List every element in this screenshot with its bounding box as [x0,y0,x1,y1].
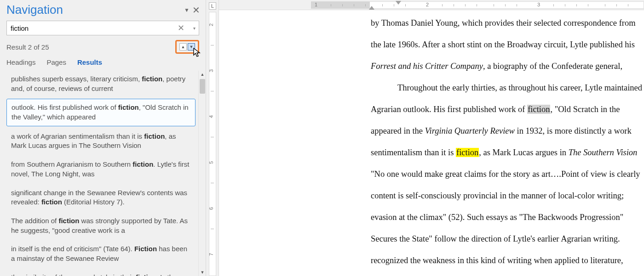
tab-pages[interactable]: Pages [46,58,66,66]
vruler-number: 5 [208,161,214,164]
vruler-number: 4 [208,115,214,118]
vruler-track[interactable] [209,12,216,276]
results-scrollbar[interactable]: ▲ ▼ [198,71,206,276]
doc-line: evasion at the climax" (52). Such essays… [371,207,644,228]
doc-line: appeared in the Virginia Quarterly Revie… [371,120,644,142]
hruler-number: 2 [426,2,429,7]
vruler-number: 2 [208,23,214,26]
first-line-indent-icon[interactable] [396,1,401,5]
vruler-tick [211,45,214,45]
vertical-ruler: L 2 3 4 5 6 7 [206,0,219,276]
vruler-number: 6 [208,207,214,210]
hanging-indent-icon[interactable] [369,6,374,10]
tab-results[interactable]: Results [77,58,102,66]
vruler-tick [211,183,214,183]
search-input[interactable] [6,21,199,35]
doc-line: content is self-consciously provincial i… [371,185,644,207]
scroll-up-icon[interactable]: ▲ [199,71,206,78]
nav-title: Navigation [6,3,184,17]
prev-result-button[interactable]: ▲ [179,43,187,51]
scroll-down-icon[interactable]: ▼ [199,269,206,276]
search-result-item[interactable]: significant change in the Sewanee Review… [6,185,196,211]
doc-line: Throughout the early thirties, as throug… [371,77,644,99]
page-text: by Thomas Daniel Young, which provides t… [371,12,644,276]
pane-options-icon[interactable]: ▼ [184,7,190,13]
nav-tabs: Headings Pages Results [6,58,199,66]
page[interactable]: by Thomas Daniel Young, which provides t… [219,10,644,276]
vruler-tick [211,91,214,91]
hruler-number: 3 [537,2,540,7]
hruler-number: 1 [315,2,317,7]
search-result-item[interactable]: the similarity of themes and style in th… [6,269,196,276]
next-result-button[interactable]: ▼ [188,43,195,51]
search-highlight: fiction [456,148,479,157]
search-result-item[interactable]: from Southern Agrarianism to Southern fi… [6,156,196,182]
doc-line: Forrest and his Critter Company, a biogr… [371,56,644,77]
doc-line: recognized the weakness in this kind of … [371,250,644,271]
vruler-tick [211,229,214,229]
search-result-item[interactable]: in itself is the end of criticism" (Tate… [6,241,196,267]
results-area: publishes superb essays, literary critic… [0,71,206,276]
doc-line: much later in career: "When a novel obvi… [371,271,644,276]
tab-selector[interactable]: L [209,2,216,10]
search-result-item[interactable]: outlook. His first published work of fic… [6,99,196,126]
navigation-pane: Navigation ▼ ✕ ✕ ▾ Result 2 of 25 ▲ ▼ He… [0,0,206,276]
result-status: Result 2 of 25 [6,43,175,51]
doc-line: by Thomas Daniel Young, which provides t… [371,12,644,34]
search-wrap: ✕ ▾ [6,21,199,35]
hruler-margin [311,1,370,9]
app-root: Navigation ▼ ✕ ✕ ▾ Result 2 of 25 ▲ ▼ He… [0,0,644,276]
doc-line: Agrarian outlook. His first published wo… [371,99,644,120]
search-result-item[interactable]: publishes superb essays, literary critic… [6,71,196,97]
search-result-item[interactable]: The addition of fiction was strongly sup… [6,213,196,239]
doc-line: the late 1960s. After a short stint on t… [371,34,644,56]
doc-line: "No one would make great claims for the … [371,163,644,185]
search-clear-icon[interactable]: ✕ [178,24,184,32]
search-result-item[interactable]: a work of Agrarian sentimentalism than i… [6,128,196,154]
nav-header: Navigation ▼ ✕ [0,0,206,21]
pane-close-icon[interactable]: ✕ [192,6,200,15]
nav-top-controls: ▼ ✕ [184,6,200,15]
scroll-thumb[interactable] [200,79,205,94]
vruler-tick [211,137,214,137]
doc-line: Secures the State" follow the direction … [371,228,644,250]
search-highlight-current: fiction [527,105,550,114]
vruler-number: 7 [208,253,214,256]
document-area: 1 2 3 4 by Thomas Daniel Young, which pr… [219,0,644,276]
prev-next-highlight: ▲ ▼ [175,40,199,54]
result-status-row: Result 2 of 25 ▲ ▼ [6,39,199,55]
tab-headings[interactable]: Headings [6,58,35,66]
doc-line: sentimentalism than it is fiction, as Ma… [371,142,644,163]
horizontal-ruler: 1 2 3 4 [219,0,644,10]
vruler-number: 3 [208,69,214,72]
results-list: publishes superb essays, literary critic… [6,71,198,276]
search-options-icon[interactable]: ▾ [193,26,196,31]
